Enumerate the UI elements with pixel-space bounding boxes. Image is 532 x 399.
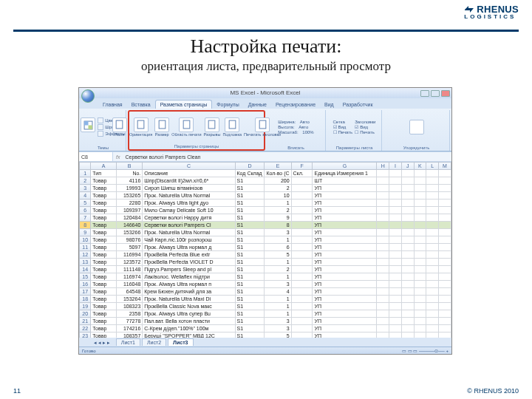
cell[interactable]: [426, 244, 439, 251]
cell[interactable]: [401, 318, 414, 325]
cell[interactable]: [291, 177, 313, 185]
gridlines-view-checkbox[interactable]: ☑ Вид: [333, 125, 353, 129]
cell[interactable]: [389, 222, 402, 229]
cell[interactable]: [401, 325, 414, 332]
row-header[interactable]: 4: [80, 192, 91, 200]
row-header[interactable]: 10: [80, 236, 91, 244]
row-header[interactable]: 11: [80, 244, 91, 251]
cell[interactable]: УП: [313, 214, 377, 222]
cell[interactable]: [426, 185, 439, 192]
sheet-tab[interactable]: Лист1: [116, 338, 140, 346]
cell[interactable]: 5097: [117, 244, 143, 251]
cell[interactable]: [291, 273, 313, 281]
row-header[interactable]: 12: [80, 251, 91, 259]
cell[interactable]: ШТ: [313, 177, 377, 185]
row-header[interactable]: 7: [80, 214, 91, 222]
cell[interactable]: S1: [235, 185, 265, 192]
row-header[interactable]: 1: [80, 170, 91, 177]
cell[interactable]: [377, 296, 389, 303]
cell[interactable]: 5: [265, 251, 291, 259]
cell[interactable]: Крем Бюхен дитячий для за: [143, 288, 235, 296]
cell[interactable]: УП: [313, 310, 377, 318]
cell[interactable]: [389, 332, 402, 338]
cell[interactable]: УП: [313, 251, 377, 259]
cell[interactable]: 2: [265, 185, 291, 192]
cell[interactable]: УП: [313, 296, 377, 303]
cell[interactable]: [401, 273, 414, 281]
cell[interactable]: [389, 266, 402, 273]
sheet-tab[interactable]: Лист3: [168, 338, 193, 346]
maximize-button[interactable]: [431, 90, 440, 97]
cell[interactable]: [439, 177, 451, 185]
cell[interactable]: [414, 236, 426, 244]
gridlines-print-checkbox[interactable]: ☐ Печать: [333, 130, 353, 134]
cell[interactable]: 1: [265, 259, 291, 266]
cell[interactable]: [291, 222, 313, 229]
row-header[interactable]: 17: [80, 288, 91, 296]
cell[interactable]: [439, 244, 451, 251]
cell[interactable]: [401, 303, 414, 310]
page-setup-icon[interactable]: [225, 117, 239, 132]
cell[interactable]: [439, 207, 451, 214]
cell[interactable]: Серветки вологі Happy дитя: [143, 214, 235, 222]
cell[interactable]: [377, 207, 389, 214]
cell[interactable]: [389, 185, 402, 192]
cell[interactable]: [389, 192, 402, 200]
cell[interactable]: [389, 214, 402, 222]
cell[interactable]: Чай Карп.ліс.100г розпорош: [143, 236, 235, 244]
cell[interactable]: ПрокBella Perfecta Blue extr: [143, 251, 235, 259]
cell[interactable]: [389, 288, 402, 296]
cell[interactable]: [389, 281, 402, 288]
cell[interactable]: 108357: [117, 332, 143, 338]
cell[interactable]: [291, 229, 313, 236]
cell[interactable]: [389, 303, 402, 310]
page-setup-icon[interactable]: [205, 117, 219, 132]
cell[interactable]: [401, 192, 414, 200]
arrange-icon[interactable]: [409, 120, 424, 134]
cell[interactable]: Код Склад: [235, 170, 265, 177]
cell[interactable]: 108323: [117, 303, 143, 310]
cell[interactable]: [414, 281, 426, 288]
cell[interactable]: 19993: [117, 185, 143, 192]
cell[interactable]: УП: [313, 222, 377, 229]
ribbon-tab[interactable]: Разработчик: [338, 100, 378, 109]
cell[interactable]: 3: [265, 325, 291, 332]
column-header[interactable]: L: [426, 163, 439, 170]
cell[interactable]: [377, 325, 389, 332]
cell[interactable]: [377, 244, 389, 251]
row-header[interactable]: 14: [80, 266, 91, 273]
cell[interactable]: УП: [313, 207, 377, 214]
ribbon-tab[interactable]: Вид: [320, 100, 338, 109]
cell[interactable]: [401, 214, 414, 222]
cell[interactable]: 1: [265, 273, 291, 281]
cell[interactable]: [426, 259, 439, 266]
cell[interactable]: [426, 222, 439, 229]
cell[interactable]: [439, 303, 451, 310]
cell[interactable]: [401, 288, 414, 296]
cell[interactable]: [401, 251, 414, 259]
cell[interactable]: S1: [235, 303, 265, 310]
cell[interactable]: Пал.ват. Bella хотон пласти: [143, 318, 235, 325]
cell[interactable]: [377, 192, 389, 200]
cell[interactable]: УП: [313, 185, 377, 192]
cell[interactable]: S1: [235, 236, 265, 244]
cell[interactable]: [401, 185, 414, 192]
cell[interactable]: УП: [313, 273, 377, 281]
ribbon-tab[interactable]: Главная: [98, 100, 127, 109]
headings-view-checkbox[interactable]: ☑ Вид: [355, 125, 375, 129]
cell[interactable]: [401, 200, 414, 207]
cell[interactable]: [426, 192, 439, 200]
cell[interactable]: [389, 244, 402, 251]
cell[interactable]: 64548: [117, 288, 143, 296]
ribbon-tab[interactable]: Формулы: [212, 100, 243, 109]
cell[interactable]: [377, 236, 389, 244]
cell[interactable]: Товар: [91, 236, 117, 244]
cell[interactable]: УП: [313, 303, 377, 310]
cell[interactable]: [389, 251, 402, 259]
cell[interactable]: 116048: [117, 281, 143, 288]
cell[interactable]: [389, 200, 402, 207]
cell[interactable]: [389, 259, 402, 266]
page-setup-icon[interactable]: [154, 117, 169, 132]
cell[interactable]: 98076: [117, 236, 143, 244]
cell[interactable]: [426, 266, 439, 273]
